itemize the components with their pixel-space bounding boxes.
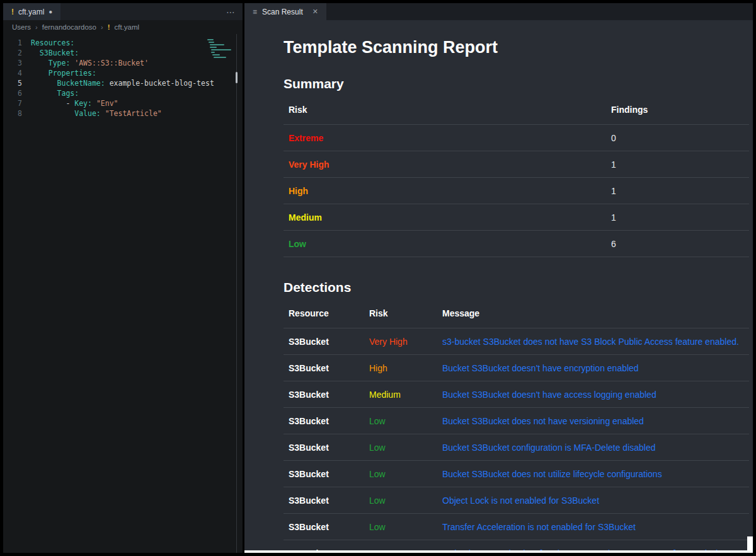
resource-label: S3Bucket <box>284 487 364 514</box>
line-number: 3 <box>3 58 31 68</box>
risk-label: Extreme <box>284 125 606 151</box>
resource-label: S3Bucket <box>284 355 364 381</box>
detection-message-link[interactable]: s3-bucket S3Bucket does not have S3 Bloc… <box>437 328 749 355</box>
risk-label: Very High <box>364 328 437 355</box>
detection-row: S3BucketMediumBucket S3Bucket doesn't ha… <box>284 381 749 408</box>
code-line[interactable]: 3 Type: 'AWS::S3::Bucket' <box>3 58 243 68</box>
editor-scrollbar-track <box>236 34 237 553</box>
tab-cft-yaml[interactable]: ! cft.yaml ● <box>3 3 60 20</box>
risk-label: Medium <box>364 381 437 408</box>
breadcrumb-item[interactable]: cft.yaml <box>115 23 140 31</box>
detection-row: S3BucketLowBucket S3Bucket does not util… <box>284 461 749 487</box>
risk-label: Very High <box>284 151 606 178</box>
code-editor[interactable]: 1Resources:2 S3Bucket:3 Type: 'AWS::S3::… <box>3 34 243 553</box>
scan-result-pane: ≡ Scan Result ✕ Template Scanning Report… <box>244 3 753 553</box>
report-scrollbar-thumb[interactable] <box>747 536 753 550</box>
detection-message-link[interactable]: Bucket S3Bucket configuration is MFA-Del… <box>437 434 749 461</box>
code-text: - Key: "Env" <box>31 98 118 108</box>
yaml-warning-icon: ! <box>11 8 14 16</box>
breadcrumb-separator: › <box>35 23 38 31</box>
detection-message-link[interactable]: Bucket S3Bucket does not utilize lifecyc… <box>437 461 749 487</box>
report-tab-bar: ≡ Scan Result ✕ <box>244 3 753 20</box>
code-text: Value: "TestArticle" <box>31 108 162 119</box>
detection-message-link[interactable]: Bucket S3Bucket does not have versioning… <box>437 408 749 434</box>
minimap[interactable] <box>207 39 232 59</box>
code-line[interactable]: 5 BucketName: example-bucket-blog-test <box>3 78 243 88</box>
detection-row: S3BucketVery Highs3-bucket S3Bucket does… <box>284 328 749 355</box>
line-number: 7 <box>3 98 31 108</box>
preview-icon: ≡ <box>253 8 257 16</box>
minimap-line <box>210 47 217 48</box>
summary-heading: Summary <box>284 76 749 91</box>
line-number: 4 <box>3 68 31 78</box>
code-text: BucketName: example-bucket-blog-test <box>31 78 214 88</box>
editor-tab-bar: ! cft.yaml ● ⋯ <box>3 3 243 20</box>
detection-message-link[interactable]: Transfer Acceleration is not enabled for… <box>437 514 749 540</box>
unsaved-dot-icon: ● <box>49 9 52 15</box>
editor-more-actions-button[interactable]: ⋯ <box>219 3 243 20</box>
breadcrumb-item[interactable]: Users <box>12 23 31 31</box>
code-line[interactable]: 6 Tags: <box>3 88 243 98</box>
summary-col-findings: Findings <box>606 95 749 125</box>
minimap-line <box>207 39 214 40</box>
code-line[interactable]: 7 - Key: "Env" <box>3 98 243 108</box>
findings-count: 6 <box>606 231 749 257</box>
breadcrumb-separator: › <box>101 23 103 31</box>
tab-scan-result[interactable]: ≡ Scan Result ✕ <box>244 3 326 20</box>
resource-label: S3Bucket <box>284 408 364 434</box>
detection-row: S3BucketLowBucket S3Bucket configuration… <box>284 434 749 461</box>
code-line[interactable]: 1Resources: <box>3 38 243 48</box>
code-line[interactable]: 8 Value: "TestArticle" <box>3 108 243 119</box>
summary-table: Risk Findings Extreme0Very High1High1Med… <box>284 95 749 257</box>
close-icon[interactable]: ✕ <box>312 8 318 16</box>
line-number: 6 <box>3 88 31 98</box>
findings-count: 1 <box>606 151 749 178</box>
risk-label: Medium <box>284 204 606 231</box>
line-number: 2 <box>3 48 31 58</box>
editor-scrollbar-thumb[interactable] <box>236 72 238 83</box>
minimap-line <box>211 52 215 53</box>
page-title: Template Scanning Report <box>284 38 749 57</box>
risk-label: High <box>364 355 437 381</box>
summary-row: Very High1 <box>284 151 749 178</box>
report-body: Template Scanning Report Summary Risk Fi… <box>244 20 753 553</box>
risk-label: Low <box>284 231 606 257</box>
risk-label: Low <box>364 487 437 514</box>
code-text: Properties: <box>31 68 96 78</box>
detection-message-link[interactable]: Bucket S3Bucket doesn't have encryption … <box>437 355 749 381</box>
findings-count: 1 <box>606 178 749 204</box>
risk-label: Low <box>364 408 437 434</box>
code-line[interactable]: 4 Properties: <box>3 68 243 78</box>
code-line[interactable]: 2 S3Bucket: <box>3 48 243 58</box>
breadcrumb-item[interactable]: fernandocardoso <box>42 23 96 31</box>
minimap-line <box>212 54 220 55</box>
report-bottom-scrollbar[interactable] <box>244 550 753 553</box>
minimap-line <box>214 57 226 58</box>
risk-label: Low <box>364 514 437 540</box>
resource-label: S3Bucket <box>284 381 364 408</box>
detection-row: S3BucketLowBucket S3Bucket does not have… <box>284 408 749 434</box>
code-text: Type: 'AWS::S3::Bucket' <box>31 58 149 68</box>
summary-row: Extreme0 <box>284 125 749 151</box>
detection-row: S3BucketLowTransfer Acceleration is not … <box>284 514 749 540</box>
tab-title: cft.yaml <box>18 8 44 16</box>
line-number: 8 <box>3 108 31 119</box>
detection-row: S3BucketHighBucket S3Bucket doesn't have… <box>284 355 749 381</box>
resource-label: S3Bucket <box>284 328 364 355</box>
resource-label: S3Bucket <box>284 461 364 487</box>
detection-row: S3BucketLowObject Lock is not enabled fo… <box>284 487 749 514</box>
line-number: 1 <box>3 38 31 48</box>
findings-count: 0 <box>606 125 749 151</box>
summary-row: High1 <box>284 178 749 204</box>
yaml-warning-icon: ! <box>108 23 110 31</box>
code-text: Resources: <box>31 38 74 48</box>
detection-message-link[interactable]: Object Lock is not enabled for S3Bucket <box>437 487 749 514</box>
minimap-line <box>211 49 231 50</box>
vscode-window: ! cft.yaml ● ⋯ Users›fernandocardoso›!cf… <box>0 0 756 556</box>
summary-row: Low6 <box>284 231 749 257</box>
resource-label: S3Bucket <box>284 514 364 540</box>
risk-label: Low <box>364 461 437 487</box>
code-text: S3Bucket: <box>31 48 79 58</box>
detection-message-link[interactable]: Bucket S3Bucket doesn't have access logg… <box>437 381 749 408</box>
risk-label: High <box>284 178 606 204</box>
